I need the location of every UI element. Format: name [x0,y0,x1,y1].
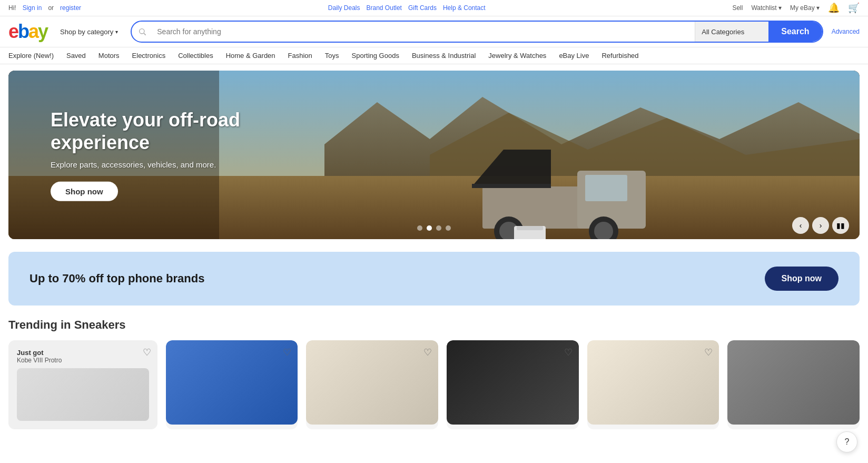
carousel-dot-1[interactable] [417,225,422,231]
hero-shop-now-button[interactable]: Shop now [51,182,118,201]
notification-icon[interactable]: 🔔 [828,2,840,14]
hero-banner: Elevate your off-road experience Explore… [8,71,860,239]
carousel-dot-2[interactable] [427,225,432,231]
nav-refurbished[interactable]: Refurbished [601,52,638,60]
nav-toys[interactable]: Toys [325,52,339,60]
category-select[interactable]: All Categories [695,22,768,42]
sneaker-card-1[interactable]: ♡ Just got Kobe VIII Protro [8,340,157,429]
sneaker-card-2[interactable]: ♡ [166,340,298,429]
sneakers-grid: ♡ Just got Kobe VIII Protro ♡ ♡ ♡ ♡ [8,340,860,429]
search-input[interactable] [153,22,695,42]
nav-business-industrial[interactable]: Business & Industrial [412,52,476,60]
sneaker-label-1: Just got [17,349,149,357]
nav-ebay-live[interactable]: eBay Live [559,52,589,60]
carousel-pause-button[interactable]: ▮▮ [832,217,849,234]
header: ebay Shop by category ▾ All Categories S… [0,16,868,47]
sneaker-card-4[interactable]: ♡ [447,340,579,429]
phone-banner-text: Up to 70% off top phone brands [29,272,204,285]
gift-cards-link[interactable]: Gift Cards [408,4,437,12]
nav-explore[interactable]: Explore (New!) [8,52,54,60]
svg-rect-10 [472,184,551,188]
sell-link[interactable]: Sell [732,4,743,12]
my-ebay-link[interactable]: My eBay ▾ [790,4,820,12]
search-button[interactable]: Search [768,22,822,42]
main-nav: Explore (New!) Saved Motors Electronics … [0,47,868,64]
search-icon [132,22,153,42]
nav-collectibles[interactable]: Collectibles [178,52,213,60]
shop-by-category-button[interactable]: Shop by category ▾ [56,26,122,38]
sneaker-sublabel-1: Kobe VIII Protro [17,357,149,364]
search-bar: All Categories Search [131,21,823,43]
help-contact-link[interactable]: Help & Contact [443,4,486,12]
carousel-prev-button[interactable]: ‹ [792,217,809,234]
or-text: or [48,4,54,12]
brand-outlet-link[interactable]: Brand Outlet [367,4,402,12]
hero-title: Elevate your off-road experience [51,109,261,154]
help-button[interactable]: ? [836,431,857,442]
trending-sneakers-section: Trending in Sneakers ♡ Just got Kobe VII… [8,318,860,429]
svg-line-1 [144,33,146,35]
nav-sporting-goods[interactable]: Sporting Goods [352,52,399,60]
sneaker-card-6[interactable] [727,340,860,429]
watchlist-link[interactable]: Watchlist ▾ [751,4,782,12]
nav-saved[interactable]: Saved [66,52,86,60]
advanced-link[interactable]: Advanced [832,28,860,35]
sign-in-link[interactable]: Sign in [23,4,42,12]
register-link[interactable]: register [60,4,81,12]
favorite-icon-4[interactable]: ♡ [564,347,573,358]
svg-rect-16 [517,226,543,230]
carousel-dots [417,225,451,231]
sneaker-card-5[interactable]: ♡ [587,340,719,429]
sneaker-card-3[interactable]: ♡ [306,340,438,429]
top-bar: Hi! Sign in or register Daily Deals Bran… [0,0,868,16]
trending-title: Trending in Sneakers [8,318,860,332]
nav-electronics[interactable]: Electronics [132,52,166,60]
favorite-icon-1[interactable]: ♡ [143,347,151,358]
hero-subtitle: Explore parts, accessories, vehicles, an… [51,160,261,169]
hero-content: Elevate your off-road experience Explore… [51,109,261,201]
favorite-icon-5[interactable]: ♡ [704,347,713,358]
chevron-down-icon: ▾ [115,29,118,35]
carousel-next-button[interactable]: › [812,217,829,234]
carousel-controls: ‹ › ▮▮ [792,217,849,234]
carousel-dot-4[interactable] [446,225,451,231]
nav-fashion[interactable]: Fashion [288,52,312,60]
cart-icon[interactable]: 🛒 [848,2,860,14]
favorite-icon-3[interactable]: ♡ [423,347,432,358]
nav-home-garden[interactable]: Home & Garden [226,52,275,60]
hi-text: Hi! [8,4,16,12]
favorite-icon-2[interactable]: ♡ [283,347,291,358]
phone-banner: Up to 70% off top phone brands Shop now [8,252,860,306]
svg-rect-8 [585,175,627,201]
svg-point-0 [140,29,144,34]
nav-motors[interactable]: Motors [98,52,120,60]
nav-jewelry-watches[interactable]: Jewelry & Watches [488,52,546,60]
ebay-logo[interactable]: ebay [8,21,47,43]
phone-banner-shop-now-button[interactable]: Shop now [765,267,839,291]
daily-deals-link[interactable]: Daily Deals [328,4,360,12]
carousel-dot-3[interactable] [436,225,441,231]
